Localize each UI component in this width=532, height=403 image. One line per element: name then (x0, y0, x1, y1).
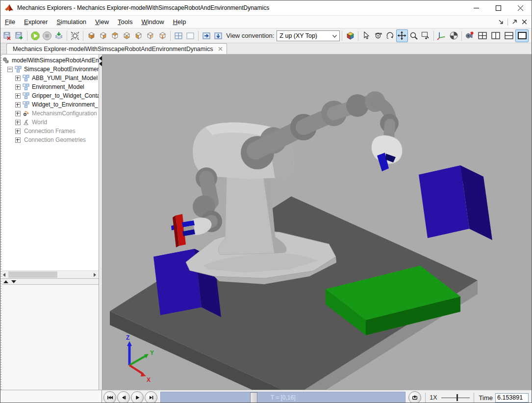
record-video-icon[interactable] (464, 29, 476, 42)
tree-row-connection-frames[interactable]: Connection Frames (0, 127, 99, 135)
tree-row-gripper-to-widget[interactable]: Gripper_to_Widget_Conta (0, 91, 99, 100)
select-cursor-icon[interactable] (360, 29, 372, 42)
roll-camera-icon[interactable] (384, 29, 396, 42)
zoom-fit-icon[interactable] (69, 29, 81, 42)
menu-file[interactable]: File (0, 17, 20, 27)
play-button[interactable] (131, 391, 144, 403)
split-down-icon[interactable] (212, 29, 224, 42)
maximize-button[interactable] (487, 0, 509, 15)
menu-view[interactable]: View (91, 17, 113, 27)
scroll-right-arrow-icon[interactable] (91, 271, 99, 278)
time-display: Time (479, 393, 529, 403)
tree-row-environment-model[interactable]: Environment_Model (0, 82, 99, 91)
tree-row-root[interactable]: modelWithSimscapeRobotAndEnvironmentDyna… (0, 56, 99, 65)
close-button[interactable] (509, 0, 532, 15)
tree-row-abb-yumi-plant-model[interactable]: ABB_YUMI_Plant_Model (0, 74, 99, 82)
splitter-up-arrow-icon[interactable] (3, 280, 8, 283)
minimize-button[interactable] (465, 0, 487, 15)
tree-pane-splitter[interactable] (0, 278, 99, 285)
panel-splitter[interactable] (99, 54, 102, 390)
tree-row-mechanism-configuration[interactable]: MechanismConfiguration (0, 109, 99, 118)
go-to-start-button[interactable] (103, 391, 116, 403)
timeline-handle[interactable] (250, 392, 257, 403)
collapse-left-arrow-icon[interactable] (99, 61, 102, 66)
menu-explorer[interactable]: Explorer (20, 17, 52, 27)
mechanism-configuration-icon (23, 110, 30, 117)
stop-simulation-icon[interactable] (41, 29, 53, 42)
tree-row-connection-geometries[interactable]: Connection Geometries (0, 135, 99, 144)
tree-horizontal-scrollbar[interactable] (0, 270, 99, 278)
mechanics-explorer-window: Mechanics Explorers - Mechanics Explorer… (0, 0, 532, 403)
zoom-region-icon[interactable] (420, 29, 431, 42)
undock-icon[interactable] (510, 18, 519, 26)
scrollbar-track[interactable] (8, 271, 91, 278)
save-explorer-config-icon[interactable] (1, 29, 13, 42)
menu-simulation[interactable]: Simulation (52, 17, 91, 27)
bottom-bar: T = [0,16] 1X Time (0, 390, 532, 403)
view-front-icon[interactable] (85, 29, 97, 42)
collapse-left-arrow-icon[interactable] (99, 56, 102, 61)
expand-expander-icon[interactable] (15, 76, 21, 81)
expand-expander-icon[interactable] (15, 111, 21, 116)
layout-grid-icon[interactable] (476, 29, 489, 42)
layout-vertical-split-icon[interactable] (489, 29, 502, 42)
playback-speed-control: 1X (430, 394, 469, 402)
timeline-slider[interactable]: T = [0,16] (160, 392, 405, 403)
expand-expander-icon[interactable] (15, 120, 21, 125)
scene-sphere-icon[interactable] (448, 29, 459, 42)
matlab-logo-icon (4, 3, 14, 12)
orbit-camera-icon[interactable] (372, 29, 384, 42)
split-right-icon[interactable] (201, 29, 212, 42)
split-view-grid-icon[interactable] (173, 29, 184, 42)
step-back-button[interactable] (117, 391, 130, 403)
tree-row-world[interactable]: World (0, 118, 99, 127)
expand-expander-icon[interactable] (15, 102, 21, 107)
pan-camera-icon[interactable] (396, 29, 408, 42)
view-bottom-icon[interactable] (121, 29, 133, 42)
world-frame-icon (23, 119, 30, 126)
layout-single-icon[interactable] (515, 29, 529, 42)
collapse-expander-icon[interactable] (7, 67, 13, 72)
tree-row-widget-to-environment[interactable]: Widget_to_Environment_ (0, 100, 99, 109)
view-right-icon[interactable] (145, 29, 156, 42)
viewport-3d[interactable]: Z Y X (102, 54, 532, 390)
tab-close-icon[interactable] (218, 47, 223, 51)
scroll-left-arrow-icon[interactable] (0, 271, 8, 278)
expand-expander-icon[interactable] (15, 93, 21, 99)
view-convention-label: View convention: (226, 32, 274, 39)
expand-expander-icon[interactable] (15, 129, 21, 134)
menu-help[interactable]: Help (169, 17, 191, 27)
view-convention-dropdown[interactable]: Z up (XY Top) (277, 30, 340, 41)
robot-3d-scene: Z Y X (102, 54, 532, 390)
step-forward-button[interactable] (145, 391, 157, 403)
splitter-down-arrow-icon[interactable] (11, 280, 16, 283)
expand-expander-icon[interactable] (15, 84, 21, 90)
dock-icon[interactable] (497, 18, 506, 26)
scrollbar-thumb[interactable] (8, 271, 57, 278)
play-simulation-icon[interactable] (29, 29, 41, 42)
expand-expander-icon[interactable] (15, 137, 21, 143)
view-back-icon[interactable] (97, 29, 109, 42)
loop-playback-button[interactable] (408, 391, 421, 403)
time-label: Time (479, 394, 493, 402)
export-explorer-config-icon[interactable] (13, 29, 25, 42)
speed-slider-handle[interactable] (456, 394, 458, 401)
menu-tools[interactable]: Tools (113, 17, 137, 27)
tab-grip-handle[interactable] (0, 43, 6, 54)
layout-horizontal-split-icon[interactable] (502, 29, 515, 42)
zoom-camera-icon[interactable] (408, 29, 420, 42)
speed-slider[interactable] (441, 394, 470, 402)
document-tab[interactable]: Mechanics Explorer-modelWithSimscapeRobo… (6, 43, 227, 54)
frame-axes-icon[interactable] (436, 29, 448, 42)
export-animation-icon[interactable] (53, 29, 65, 42)
view-top-icon[interactable] (109, 29, 121, 42)
visual-settings-icon[interactable] (344, 29, 356, 42)
time-input[interactable] (495, 393, 529, 403)
view-isometric-icon[interactable] (156, 29, 168, 42)
close-panel-icon[interactable] (520, 18, 529, 26)
single-view-icon[interactable] (184, 29, 196, 42)
menu-window[interactable]: Window (137, 17, 168, 27)
view-left-icon[interactable] (133, 29, 145, 42)
mechanism-root-icon (2, 57, 10, 64)
tree-row-simscape-robotenvironment[interactable]: Simscape_RobotEnvironment (0, 65, 99, 74)
